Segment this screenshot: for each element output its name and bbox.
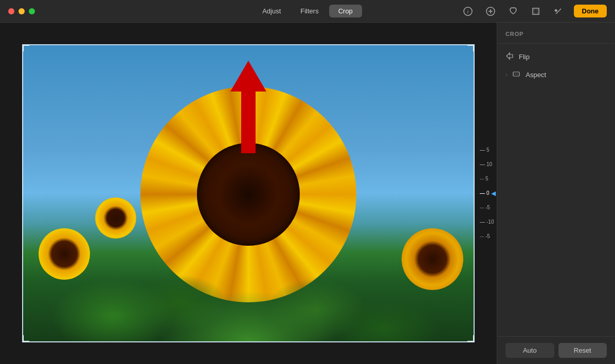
tick [480,222,485,223]
dial-mark-neg5: -5 [480,201,490,215]
crop-handle-top-left[interactable] [22,44,29,51]
done-button[interactable]: Done [574,5,607,17]
sidebar-content: CROP Flip › [497,23,615,336]
dial-label: -5 [485,205,490,210]
crop-icon-button[interactable] [529,4,543,19]
add-button[interactable] [483,4,498,19]
tick [480,208,484,208]
crop-tab[interactable]: Crop [329,5,362,17]
flip-label: Flip [519,53,530,61]
image-container: 5 10 5 0 ◀ -5 [22,44,475,342]
tick [480,193,485,194]
maximize-button[interactable] [29,8,35,14]
dial-label: 5 [486,148,490,153]
dial-pointer: ◀ [491,190,496,196]
crop-handle-top-right[interactable] [467,44,475,51]
canvas-area: 5 10 5 0 ◀ -5 [0,23,497,364]
magic-button[interactable] [551,4,566,19]
svg-text:i: i [467,9,468,14]
traffic-lights [8,8,35,14]
sidebar-footer: Auto Reset [497,336,615,364]
dial-label: 0 [486,191,490,196]
sidebar: CROP Flip › [497,23,615,364]
sidebar-item-flip[interactable]: Flip [497,48,615,66]
dial-label: 10 [486,162,492,167]
scene-wrapper [23,45,474,341]
aspect-label: Aspect [526,71,546,79]
tick [480,150,485,151]
sidebar-item-aspect[interactable]: › Aspect [497,66,615,84]
tick [480,165,485,165]
dial-mark-5pos: 5 [480,143,490,157]
dial-label: -5 [485,234,490,239]
reset-button[interactable]: Reset [558,343,607,358]
dial-mark-neg5b: -5 [480,229,490,244]
dial-mark-zero: 0 ◀ [480,186,496,201]
tick [480,179,484,179]
svg-rect-5 [533,8,539,14]
photo-canvas[interactable] [22,44,475,342]
chevron-right-icon: › [505,72,507,78]
minimize-button[interactable] [19,8,25,14]
filters-tab[interactable]: Filters [291,5,328,17]
crop-handle-bottom-right[interactable] [467,335,475,342]
foliage [23,213,474,341]
toolbar-tabs: Adjust Filters Crop [253,5,362,17]
info-button[interactable]: i [461,4,475,19]
toolbar-right: i Done [461,4,607,19]
titlebar: Adjust Filters Crop i [0,0,615,23]
tick [480,236,484,237]
favorite-button[interactable] [506,4,520,19]
close-button[interactable] [8,8,14,14]
main-layout: 5 10 5 0 ◀ -5 [0,23,615,364]
rotation-dial[interactable]: 5 10 5 0 ◀ -5 [480,121,505,265]
dial-mark-5b: 5 [480,172,489,186]
crop-handle-bottom-left[interactable] [22,335,29,342]
flip-icon [505,52,514,62]
dial-label: -10 [486,220,494,225]
adjust-tab[interactable]: Adjust [253,5,290,17]
dial-label: 5 [485,176,489,181]
sidebar-title: CROP [497,31,615,44]
aspect-icon [512,70,520,80]
auto-button[interactable]: Auto [505,343,554,358]
dial-mark-10pos: 10 [480,157,492,172]
dial-mark-neg10: -10 [480,215,494,229]
